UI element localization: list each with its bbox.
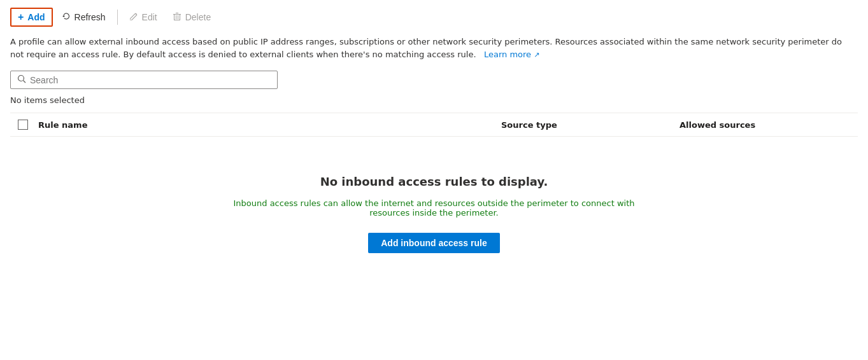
empty-state: No inbound access rules to display. Inbo…: [10, 137, 858, 279]
select-all-checkbox[interactable]: [18, 120, 28, 130]
rule-name-header: Rule name: [36, 120, 501, 130]
delete-icon: [173, 12, 181, 23]
empty-state-description: Inbound access rules can allow the inter…: [218, 198, 651, 218]
add-inbound-rule-button[interactable]: Add inbound access rule: [368, 233, 499, 253]
description-content: A profile can allow external inbound acc…: [10, 37, 842, 59]
search-box: [10, 71, 278, 89]
delete-label: Delete: [185, 12, 211, 22]
header-checkbox-col[interactable]: [10, 120, 36, 130]
table-header-row: Rule name Source type Allowed sources: [10, 113, 858, 137]
search-input[interactable]: [30, 75, 271, 85]
allowed-sources-header: Allowed sources: [679, 120, 858, 130]
edit-icon: [129, 12, 138, 23]
no-items-status: No items selected: [10, 95, 858, 105]
source-type-header: Source type: [501, 120, 679, 130]
learn-more-link[interactable]: Learn more ↗: [481, 50, 540, 59]
svg-line-1: [24, 81, 26, 83]
delete-button[interactable]: Delete: [166, 8, 217, 27]
description-text: A profile can allow external inbound acc…: [10, 36, 857, 60]
learn-more-label: Learn more: [484, 50, 531, 59]
search-icon: [17, 74, 26, 85]
refresh-button[interactable]: Refresh: [55, 8, 112, 27]
svg-point-0: [18, 76, 24, 81]
empty-state-title: No inbound access rules to display.: [320, 175, 548, 188]
edit-label: Edit: [142, 12, 157, 22]
rules-table: Rule name Source type Allowed sources No…: [10, 113, 858, 279]
external-link-icon: ↗: [534, 51, 539, 59]
plus-icon: +: [18, 11, 24, 23]
add-label: Add: [27, 12, 45, 22]
toolbar-divider: [117, 10, 118, 25]
toolbar: + Add Refresh Edit Delete: [10, 8, 858, 27]
empty-state-description-text: Inbound access rules can allow the inter…: [234, 198, 635, 218]
refresh-icon: [62, 12, 71, 23]
refresh-label: Refresh: [75, 12, 106, 22]
add-button[interactable]: + Add: [10, 8, 53, 27]
add-inbound-rule-label: Add inbound access rule: [381, 238, 487, 248]
edit-button[interactable]: Edit: [123, 8, 164, 27]
